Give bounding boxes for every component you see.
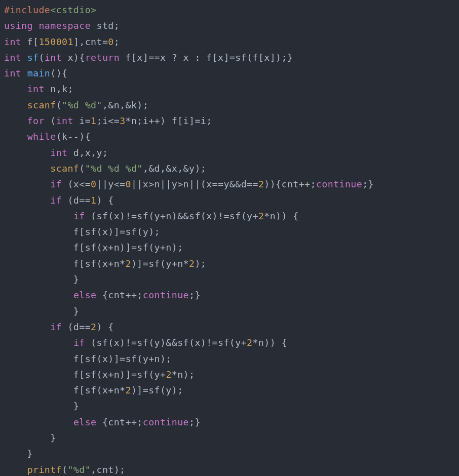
code-token-id: ||y<=: [97, 179, 126, 189]
code-token-id: (k--){: [56, 131, 91, 142]
code-token-id: [4, 337, 73, 348]
code-token-type: int: [27, 84, 45, 94]
code-line: f[sf(x)]=sf(y);: [4, 226, 160, 237]
code-token-call: scanf: [50, 163, 79, 174]
code-line: if (x<=0||y<=0||x>n||y>n||(x==y&&d==2)){…: [4, 179, 374, 189]
code-token-str: "%d": [67, 464, 91, 475]
code-token-id: [4, 163, 50, 174]
code-token-id: (: [45, 115, 56, 126]
code-token-id: f[: [21, 36, 39, 47]
code-token-id: i=: [73, 115, 91, 126]
code-line: int n,k;: [4, 84, 73, 94]
code-token-id: ],cnt=: [73, 36, 108, 47]
code-token-num: 2: [166, 369, 171, 380]
code-token-id: n,k;: [45, 84, 73, 94]
code-token-str: "%d %d": [62, 100, 102, 110]
code-token-fn: sf: [27, 52, 39, 63]
code-token-id: f[sf(x+n)]=sf(y+: [4, 369, 166, 380]
code-line: printf("%d",cnt);: [4, 464, 126, 475]
code-token-id: [33, 20, 39, 31]
code-token-kw: if: [50, 179, 62, 189]
code-token-num: 1: [91, 115, 96, 126]
code-line: }: [4, 432, 56, 443]
code-token-id: [4, 211, 73, 221]
code-token-kw: if: [73, 337, 85, 348]
code-token-id: f[sf(x+n*: [4, 258, 126, 269]
code-token-num: 0: [126, 179, 131, 189]
code-line: }: [4, 401, 79, 411]
code-token-num: 150001: [39, 36, 73, 47]
code-token-id: [4, 179, 50, 189]
code-token-num: 2: [247, 337, 252, 348]
code-token-kw: if: [50, 322, 62, 332]
code-token-id: [4, 147, 50, 158]
code-token-type: int: [4, 36, 21, 47]
code-token-kw: using: [4, 20, 33, 31]
code-token-pre: #include: [4, 5, 50, 15]
code-token-id: ||x>n||y>n||(x==y&&d==: [131, 179, 258, 189]
code-token-id: )]=sf(y+n*: [131, 258, 189, 269]
code-token-type: int: [56, 115, 73, 126]
code-token-id: [4, 322, 50, 332]
code-token-id: *n);: [172, 369, 195, 380]
code-token-id: [4, 84, 27, 94]
code-token-kw: return: [85, 52, 120, 63]
code-line: #include<cstdio>: [4, 5, 97, 15]
code-token-id: ) {: [97, 195, 114, 206]
code-token-id: }: [4, 274, 79, 285]
code-token-id: (x<=: [62, 179, 91, 189]
code-token-id: (: [56, 100, 62, 110]
code-token-kw: else: [73, 290, 97, 300]
code-token-kw: continue: [316, 179, 362, 189]
code-token-kw: else: [73, 417, 97, 427]
code-token-id: }: [4, 448, 33, 459]
code-line: f[sf(x)]=sf(y+n);: [4, 353, 172, 364]
code-token-num: 2: [258, 211, 264, 221]
code-token-id: )){cnt++;: [264, 179, 316, 189]
code-token-id: (d==: [62, 322, 91, 332]
code-token-num: 2: [126, 385, 131, 395]
code-line: f[sf(x+n*2)]=sf(y+n*2);: [4, 258, 206, 269]
code-line: else {cnt++;continue;}: [4, 417, 201, 427]
code-line: scanf("%d %d %d",&d,&x,&y);: [4, 163, 206, 174]
code-token-call: printf: [27, 464, 62, 475]
code-token-inc: <cstdio>: [50, 5, 96, 15]
code-token-id: );: [195, 258, 206, 269]
code-token-id: )]=sf(y);: [131, 385, 183, 395]
code-token-id: {cnt++;: [97, 290, 143, 300]
code-line: if (sf(x)!=sf(y)&&sf(x)!=sf(y+2*n)) {: [4, 337, 287, 348]
code-token-id: d,x,y;: [67, 147, 108, 158]
code-token-num: 3: [120, 115, 125, 126]
code-token-id: [4, 464, 27, 475]
code-token-id: ;: [114, 36, 120, 47]
code-token-num: 2: [189, 258, 195, 269]
code-token-type: int: [50, 147, 67, 158]
code-token-id: (: [62, 464, 67, 475]
code-token-id: }: [4, 401, 79, 411]
code-token-id: [4, 417, 73, 427]
code-line: int main(){: [4, 68, 67, 78]
code-token-id: (){: [50, 68, 67, 78]
code-line: if (d==1) {: [4, 195, 114, 206]
code-token-kw: namespace: [39, 20, 91, 31]
code-token-id: ;i<=: [97, 115, 120, 126]
code-editor-view: #include<cstdio> using namespace std; in…: [0, 0, 459, 476]
code-token-num: 2: [258, 179, 264, 189]
code-line: f[sf(x+n)]=sf(y+2*n);: [4, 369, 195, 380]
code-token-id: (: [79, 163, 85, 174]
code-line: }: [4, 306, 79, 316]
code-token-id: f[sf(x+n)]=sf(y+n);: [4, 242, 183, 253]
code-token-id: }: [4, 432, 56, 443]
code-token-id: [4, 115, 27, 126]
code-token-id: (: [39, 52, 44, 63]
code-token-id: f[sf(x)]=sf(y+n);: [4, 353, 172, 364]
code-token-id: *n)) {: [252, 337, 287, 348]
code-token-id: *n;i++) f[i]=i;: [126, 115, 212, 126]
code-token-id: [4, 100, 27, 110]
code-token-id: [4, 131, 27, 142]
code-token-id: ;}: [362, 179, 374, 189]
code-line: if (d==2) {: [4, 322, 114, 332]
code-token-id: f[sf(x+n*: [4, 385, 126, 395]
code-line: int d,x,y;: [4, 147, 108, 158]
code-token-type: int: [4, 52, 21, 63]
